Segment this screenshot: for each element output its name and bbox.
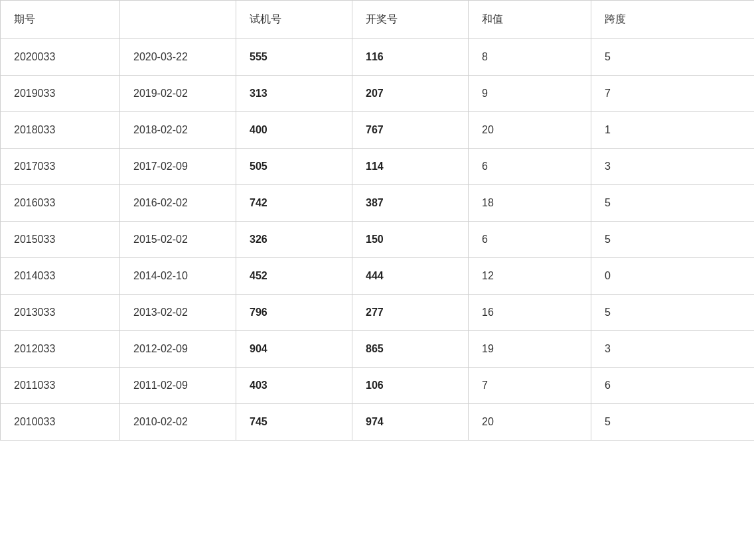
cell-shiji: 555 — [236, 39, 352, 76]
cell-qihao: 2011033 — [1, 368, 120, 404]
table-row: 20140332014-02-10452444120 — [1, 258, 755, 295]
cell-shiji: 326 — [236, 222, 352, 258]
header-shiji: 试机号 — [236, 1, 352, 39]
cell-shiji: 745 — [236, 404, 352, 441]
cell-kuadu: 5 — [591, 39, 755, 76]
cell-kuadu: 5 — [591, 222, 755, 258]
cell-kaijang: 767 — [352, 112, 469, 149]
cell-hezhi: 18 — [469, 185, 591, 222]
cell-hezhi: 12 — [469, 258, 591, 295]
cell-date: 2017-02-09 — [120, 149, 236, 185]
cell-hezhi: 6 — [469, 222, 591, 258]
cell-kaijang: 277 — [352, 295, 469, 331]
table-header-row: 期号 试机号 开奖号 和值 跨度 — [1, 1, 755, 39]
cell-date: 2012-02-09 — [120, 331, 236, 368]
cell-shiji: 904 — [236, 331, 352, 368]
cell-date: 2018-02-02 — [120, 112, 236, 149]
cell-kaijang: 865 — [352, 331, 469, 368]
cell-qihao: 2020033 — [1, 39, 120, 76]
cell-qihao: 2017033 — [1, 149, 120, 185]
cell-kuadu: 5 — [591, 185, 755, 222]
cell-qihao: 2016033 — [1, 185, 120, 222]
cell-kuadu: 7 — [591, 76, 755, 112]
cell-hezhi: 6 — [469, 149, 591, 185]
cell-kaijang: 114 — [352, 149, 469, 185]
cell-kaijang: 444 — [352, 258, 469, 295]
cell-kaijang: 207 — [352, 76, 469, 112]
table-row: 20160332016-02-02742387185 — [1, 185, 755, 222]
cell-hezhi: 20 — [469, 112, 591, 149]
cell-kuadu: 5 — [591, 295, 755, 331]
cell-kaijang: 116 — [352, 39, 469, 76]
cell-date: 2016-02-02 — [120, 185, 236, 222]
main-container: 期号 试机号 开奖号 和值 跨度 20200332020-03-22555116… — [0, 0, 754, 560]
cell-kaijang: 150 — [352, 222, 469, 258]
lottery-table: 期号 试机号 开奖号 和值 跨度 20200332020-03-22555116… — [0, 0, 754, 441]
cell-date: 2011-02-09 — [120, 368, 236, 404]
cell-date: 2020-03-22 — [120, 39, 236, 76]
header-hezhi: 和值 — [469, 1, 591, 39]
cell-qihao: 2015033 — [1, 222, 120, 258]
cell-qihao: 2014033 — [1, 258, 120, 295]
table-row: 20120332012-02-09904865193 — [1, 331, 755, 368]
cell-date: 2019-02-02 — [120, 76, 236, 112]
cell-shiji: 505 — [236, 149, 352, 185]
cell-shiji: 403 — [236, 368, 352, 404]
cell-date: 2014-02-10 — [120, 258, 236, 295]
cell-shiji: 796 — [236, 295, 352, 331]
table-row: 20200332020-03-2255511685 — [1, 39, 755, 76]
cell-shiji: 313 — [236, 76, 352, 112]
table-row: 20130332013-02-02796277165 — [1, 295, 755, 331]
cell-kuadu: 0 — [591, 258, 755, 295]
header-kuadu: 跨度 — [591, 1, 755, 39]
table-row: 20170332017-02-0950511463 — [1, 149, 755, 185]
cell-hezhi: 20 — [469, 404, 591, 441]
cell-shiji: 400 — [236, 112, 352, 149]
header-date — [120, 1, 236, 39]
cell-kuadu: 1 — [591, 112, 755, 149]
cell-date: 2010-02-02 — [120, 404, 236, 441]
cell-hezhi: 19 — [469, 331, 591, 368]
header-qihao: 期号 — [1, 1, 120, 39]
header-kaijang: 开奖号 — [352, 1, 469, 39]
table-row: 20150332015-02-0232615065 — [1, 222, 755, 258]
cell-shiji: 452 — [236, 258, 352, 295]
cell-qihao: 2010033 — [1, 404, 120, 441]
cell-date: 2015-02-02 — [120, 222, 236, 258]
cell-qihao: 2013033 — [1, 295, 120, 331]
table-row: 20110332011-02-0940310676 — [1, 368, 755, 404]
table-row: 20100332010-02-02745974205 — [1, 404, 755, 441]
cell-kaijang: 387 — [352, 185, 469, 222]
cell-hezhi: 9 — [469, 76, 591, 112]
table-row: 20180332018-02-02400767201 — [1, 112, 755, 149]
table-row: 20190332019-02-0231320797 — [1, 76, 755, 112]
cell-kaijang: 106 — [352, 368, 469, 404]
cell-qihao: 2019033 — [1, 76, 120, 112]
cell-qihao: 2018033 — [1, 112, 120, 149]
cell-hezhi: 7 — [469, 368, 591, 404]
cell-kuadu: 3 — [591, 149, 755, 185]
cell-hezhi: 16 — [469, 295, 591, 331]
cell-kuadu: 5 — [591, 404, 755, 441]
cell-qihao: 2012033 — [1, 331, 120, 368]
cell-kuadu: 3 — [591, 331, 755, 368]
cell-hezhi: 8 — [469, 39, 591, 76]
cell-kuadu: 6 — [591, 368, 755, 404]
cell-kaijang: 974 — [352, 404, 469, 441]
cell-date: 2013-02-02 — [120, 295, 236, 331]
cell-shiji: 742 — [236, 185, 352, 222]
